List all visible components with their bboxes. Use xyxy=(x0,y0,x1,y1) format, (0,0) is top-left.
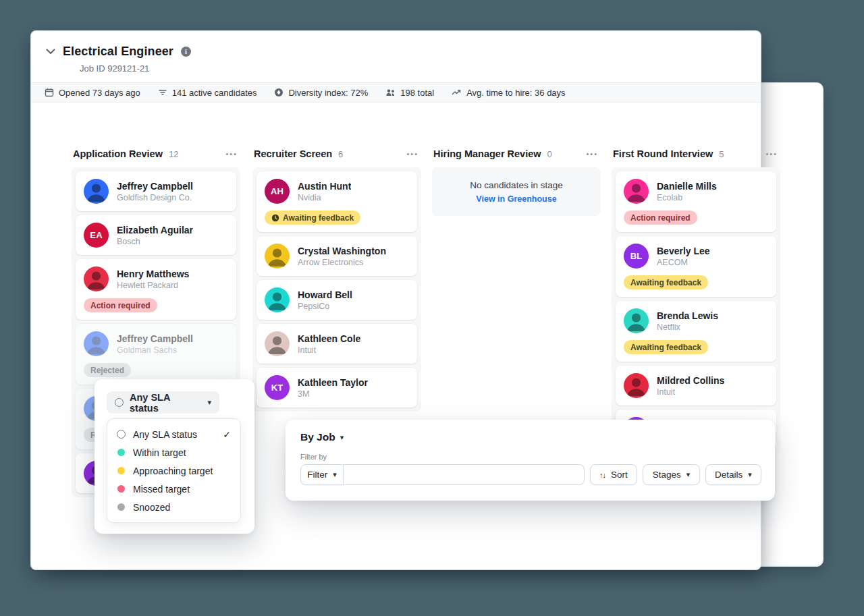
candidate-card[interactable]: EAElizabeth AguilarBosch xyxy=(76,215,236,255)
empty-stage-box: No candidates in stageView in Greenhouse xyxy=(432,167,601,216)
candidate-name: Howard Bell xyxy=(298,289,352,300)
column-header: First Round Interview5••• xyxy=(612,146,780,162)
details-dropdown-button[interactable]: Details ▾ xyxy=(705,464,761,485)
sla-menu-item[interactable]: Within target xyxy=(107,443,240,461)
avatar xyxy=(624,308,649,333)
avatar xyxy=(265,287,290,312)
column-card-list: AHAustin HuntNvidiaAwaiting feedbackCrys… xyxy=(252,167,421,412)
sla-menu-item[interactable]: Approaching target xyxy=(107,461,240,480)
candidate-name: Mildred Collins xyxy=(657,375,724,386)
status-badge-label: Action required xyxy=(90,301,151,310)
job-stats-bar: Opened 73 days ago141 active candidatesD… xyxy=(31,82,761,103)
person-photo-icon xyxy=(265,331,290,356)
empty-stage-message: No candidates in stage xyxy=(470,180,562,190)
person-photo-icon xyxy=(624,308,649,333)
sla-status-dropdown-button[interactable]: Any SLA status ▾ xyxy=(107,391,219,414)
candidate-company: Netflix xyxy=(657,323,718,332)
column-header: Hiring Manager Review0••• xyxy=(432,146,601,162)
status-badge-label: Rejected xyxy=(90,366,124,375)
column-menu-icon[interactable]: ••• xyxy=(586,150,598,158)
stages-button-label: Stages xyxy=(653,470,681,480)
column-menu-icon[interactable]: ••• xyxy=(765,150,778,158)
sort-button[interactable]: ↑↓ Sort xyxy=(590,464,637,485)
avatar: AH xyxy=(265,179,290,204)
candidate-card[interactable]: Danielle MillsEcolabAction required xyxy=(616,171,776,232)
column-menu-icon[interactable]: ••• xyxy=(225,150,238,158)
radio-circle-icon xyxy=(117,430,126,439)
candidate-card[interactable]: Mildred CollinsIntuit xyxy=(616,366,776,405)
candidate-name: Jeffrey Campbell xyxy=(117,181,193,192)
person-photo-icon xyxy=(624,179,649,204)
candidate-card[interactable]: BLBeverly LeeAECOMAwaiting feedback xyxy=(616,236,776,297)
candidate-card[interactable]: Jeffrey CampbellGoldfish Design Co. xyxy=(76,171,236,211)
column-count: 5 xyxy=(719,149,765,159)
person-photo-icon xyxy=(84,267,109,291)
chevron-down-icon[interactable] xyxy=(46,49,55,55)
column-menu-icon[interactable]: ••• xyxy=(406,150,418,158)
page-title: Electrical Engineer xyxy=(63,45,173,59)
candidate-company: Goldfish Design Co. xyxy=(117,193,193,202)
avatar xyxy=(84,179,109,204)
filter-controls-row: Filter ▾ ↑↓ Sort Stages ▾ Details ▾ xyxy=(300,464,761,485)
person-photo-icon xyxy=(265,287,290,312)
view-in-greenhouse-link[interactable]: View in Greenhouse xyxy=(476,194,556,204)
sla-menu-item-label: Snoozed xyxy=(133,502,231,513)
sla-menu-item-label: Within target xyxy=(133,447,231,458)
candidate-company: Nvidia xyxy=(298,193,351,202)
candidate-card[interactable]: Howard BellPepsiCo xyxy=(256,280,417,320)
avatar-initials: EA xyxy=(90,230,102,240)
sla-color-dot-icon xyxy=(117,467,125,474)
status-badge: Action required xyxy=(624,211,697,225)
sla-color-dot-icon xyxy=(117,485,125,493)
candidate-card[interactable]: Henry MatthewsHewlett PackardAction requ… xyxy=(76,259,236,320)
page-background: Electrical Engineer i Job ID 929121-21 O… xyxy=(0,0,864,616)
candidate-name: Kathleen Taylor xyxy=(298,377,368,388)
caret-down-icon: ▾ xyxy=(207,399,211,406)
details-button-label: Details xyxy=(715,470,742,480)
filter-icon xyxy=(158,88,167,97)
group-by-label: By Job xyxy=(300,431,335,443)
job-header: Electrical Engineer i Job ID 929121-21 xyxy=(31,31,761,82)
candidate-card[interactable]: Kathleen ColeIntuit xyxy=(256,324,417,364)
sla-menu-item-label: Missed target xyxy=(133,484,231,495)
candidate-card[interactable]: Brenda LewisNetflixAwaiting feedback xyxy=(616,301,776,362)
candidate-card[interactable]: Jeffrey CampbellGoldman SachsRejected xyxy=(76,324,236,385)
status-badge: Rejected xyxy=(84,363,131,377)
candidate-card[interactable]: KTKathleen Taylor3M xyxy=(256,368,417,408)
filter-search-input[interactable] xyxy=(344,464,585,485)
column-card-list: Danielle MillsEcolabAction requiredBLBev… xyxy=(612,167,780,453)
candidate-card[interactable]: Crystal WashingtonArrow Electronics xyxy=(256,236,417,276)
candidate-card[interactable]: AHAustin HuntNvidiaAwaiting feedback xyxy=(256,171,417,232)
sla-menu-item[interactable]: Snoozed xyxy=(107,498,240,516)
filter-dropdown-button[interactable]: Filter ▾ xyxy=(300,464,344,485)
column-title: Recruiter Screen xyxy=(254,148,332,159)
column-title: First Round Interview xyxy=(613,148,713,159)
clock-icon xyxy=(271,214,279,222)
diversity-icon xyxy=(274,88,284,97)
sla-menu-item[interactable]: Any SLA status✓ xyxy=(107,425,240,443)
sla-status-popup: Any SLA status ▾ Any SLA status✓Within t… xyxy=(94,379,254,534)
stat-item: 198 total xyxy=(385,88,434,98)
status-badge-label: Action required xyxy=(630,213,691,223)
stages-dropdown-button[interactable]: Stages ▾ xyxy=(643,464,700,485)
candidate-name: Henry Matthews xyxy=(117,269,189,279)
candidate-company: 3M xyxy=(298,389,368,399)
sla-color-dot-icon xyxy=(117,449,125,456)
status-badge: Awaiting feedback xyxy=(624,340,708,354)
stat-item: Opened 73 days ago xyxy=(45,88,140,98)
column-title: Application Review xyxy=(73,148,163,159)
info-icon[interactable]: i xyxy=(181,47,191,57)
column-count: 0 xyxy=(547,149,587,159)
person-photo-icon xyxy=(624,373,649,398)
group-by-dropdown[interactable]: By Job ▾ xyxy=(300,431,344,443)
candidate-company: Goldman Sachs xyxy=(117,345,193,355)
pipeline-column: Recruiter Screen6•••AHAustin HuntNvidiaA… xyxy=(252,146,421,412)
column-header: Recruiter Screen6••• xyxy=(252,146,421,162)
avatar xyxy=(265,244,290,269)
check-icon: ✓ xyxy=(223,429,231,440)
stat-label: 141 active candidates xyxy=(172,88,257,98)
candidate-name: Danielle Mills xyxy=(657,181,717,192)
sla-menu-item[interactable]: Missed target xyxy=(107,480,240,498)
stat-item: Avg. time to hire: 36 days xyxy=(452,88,565,98)
candidate-name: Kathleen Cole xyxy=(298,333,360,344)
